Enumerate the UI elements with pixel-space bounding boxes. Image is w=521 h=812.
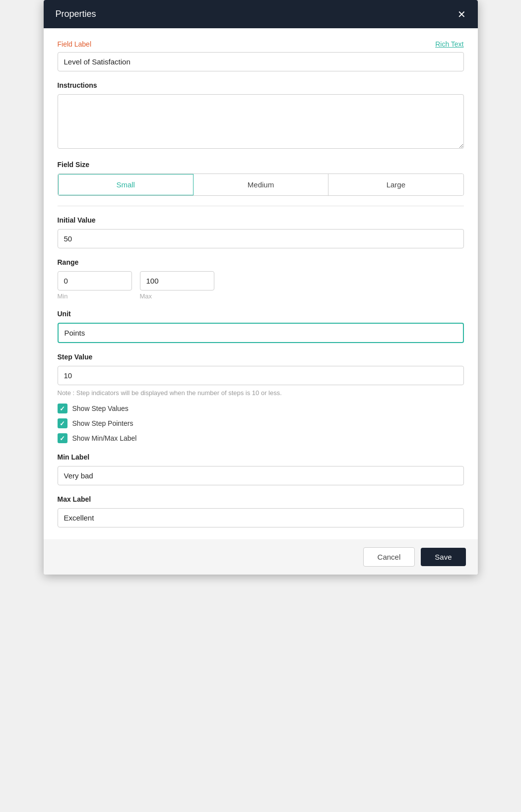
initial-value-label: Initial Value bbox=[58, 216, 464, 224]
divider-1 bbox=[58, 206, 464, 206]
checkbox-show-step-pointers: ✓ Show Step Pointers bbox=[58, 418, 464, 428]
max-label-heading: Max Label bbox=[58, 495, 464, 503]
initial-value-input[interactable] bbox=[58, 229, 464, 248]
field-label-heading: Field Label bbox=[58, 40, 92, 48]
range-min-input[interactable] bbox=[58, 271, 132, 290]
range-min-group: Min bbox=[58, 271, 132, 300]
unit-input[interactable] bbox=[58, 323, 464, 343]
field-size-large[interactable]: Large bbox=[328, 174, 463, 195]
instructions-label: Instructions bbox=[58, 81, 464, 89]
field-size-medium[interactable]: Medium bbox=[194, 174, 328, 195]
checkbox-show-step-values: ✓ Show Step Values bbox=[58, 404, 464, 413]
step-value-input[interactable] bbox=[58, 366, 464, 385]
modal-title: Properties bbox=[56, 9, 96, 19]
field-label-input[interactable] bbox=[58, 52, 464, 71]
checkmark-show-min-max: ✓ bbox=[60, 435, 65, 442]
checkmark-show-step-pointers: ✓ bbox=[60, 420, 65, 427]
step-note: Note : Step indicators will be displayed… bbox=[58, 389, 464, 397]
checkbox-show-step-pointers-label: Show Step Pointers bbox=[72, 419, 133, 427]
checkbox-show-min-max-label-text: Show Min/Max Label bbox=[72, 434, 137, 442]
checkmark-show-step-values: ✓ bbox=[60, 405, 65, 412]
field-label-row: Field Label Rich Text bbox=[58, 40, 464, 48]
step-value-label: Step Value bbox=[58, 353, 464, 361]
unit-label: Unit bbox=[58, 310, 464, 318]
max-label-input[interactable] bbox=[58, 508, 464, 527]
checkbox-show-step-values-label: Show Step Values bbox=[72, 405, 129, 412]
cancel-button[interactable]: Cancel bbox=[363, 547, 415, 567]
modal-body: Field Label Rich Text Instructions Field… bbox=[44, 28, 478, 539]
instructions-textarea[interactable] bbox=[58, 94, 464, 149]
field-size-label: Field Size bbox=[58, 161, 464, 169]
checkbox-show-min-max-label: ✓ Show Min/Max Label bbox=[58, 433, 464, 443]
range-max-input[interactable] bbox=[140, 271, 214, 290]
range-max-hint: Max bbox=[140, 292, 214, 300]
field-size-group: Small Medium Large bbox=[58, 174, 464, 196]
checkbox-show-step-values-box[interactable]: ✓ bbox=[58, 404, 67, 413]
min-label-heading: Min Label bbox=[58, 453, 464, 461]
field-size-small[interactable]: Small bbox=[58, 174, 194, 196]
properties-modal: Properties ✕ Field Label Rich Text Instr… bbox=[44, 0, 478, 575]
rich-text-link[interactable]: Rich Text bbox=[435, 40, 463, 48]
modal-footer: Cancel Save bbox=[44, 539, 478, 575]
range-min-hint: Min bbox=[58, 292, 132, 300]
range-row: Min Max bbox=[58, 271, 464, 300]
range-max-group: Max bbox=[140, 271, 214, 300]
modal-header: Properties ✕ bbox=[44, 0, 478, 28]
checkbox-show-step-pointers-box[interactable]: ✓ bbox=[58, 418, 67, 428]
save-button[interactable]: Save bbox=[421, 548, 465, 566]
min-label-input[interactable] bbox=[58, 466, 464, 485]
range-label: Range bbox=[58, 258, 464, 266]
close-icon[interactable]: ✕ bbox=[457, 9, 466, 19]
checkbox-show-min-max-box[interactable]: ✓ bbox=[58, 433, 67, 443]
